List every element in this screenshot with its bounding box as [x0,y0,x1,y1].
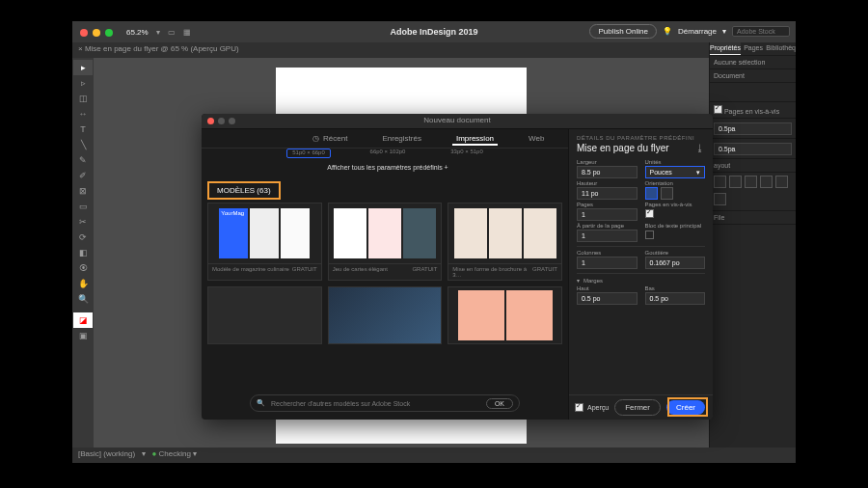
transform-tool[interactable]: ⟳ [73,230,93,245]
dialog-close-icon[interactable] [207,118,214,124]
close-window-icon[interactable] [80,29,88,37]
workspace-switcher[interactable]: Démarrage [678,27,717,36]
chevron-down-icon[interactable]: ▾ [577,277,580,284]
zoom-tool[interactable]: 🔍 [73,291,93,307]
gutter-field[interactable]: 0.1667 po [645,257,706,269]
align-icon[interactable] [714,193,726,205]
facing-pages-checkbox[interactable] [645,209,654,218]
window-controls[interactable] [80,29,113,37]
template-card-brochure[interactable]: Mise en forme de brochure à 3…GRATUIT [448,203,562,281]
save-preset-icon[interactable]: ⭳ [695,143,705,153]
gutter-label: Gouttière [645,250,706,256]
direct-selection-tool[interactable]: ▹ [73,75,93,91]
spacing-field-2[interactable]: 0.5pa [714,143,792,155]
scissors-tool[interactable]: ✂ [73,214,93,230]
status-mode: [Basic] (working) [78,449,135,458]
width-field[interactable]: 8.5 po [577,166,637,178]
card-price: GRATUIT [292,266,317,272]
view-options-icon[interactable]: ▾ [156,28,160,37]
chevron-down-icon[interactable]: ▾ [722,27,726,36]
preset-size-1[interactable]: 51p0 × 66p0 [286,149,331,158]
tab-print[interactable]: Impression [452,132,498,146]
zoom-level[interactable]: 65.2% [126,28,149,37]
type-tool[interactable]: T [73,122,93,137]
rectangle-frame-tool[interactable]: ⊠ [73,183,93,199]
units-select[interactable]: Pouces▾ [645,166,706,178]
clock-icon: ◷ [312,134,319,143]
template-card-brand[interactable] [207,286,322,344]
pages-field[interactable]: 1 [577,208,637,221]
align-icon[interactable] [760,176,773,188]
templates-grid: YourMag Modèle de magazine culinaireGRAT… [207,203,562,344]
margin-top-label: Haut [577,285,637,291]
template-card-flatlay[interactable] [328,286,443,344]
card-title: Mise en forme de brochure à 3… [452,266,532,278]
app-window: 65.2% ▾ ▭ ▦ Adobe InDesign 2019 Publish … [72,21,796,463]
columns-label: Colonnes [577,250,637,256]
tab-recent[interactable]: ◷Récent [309,132,351,145]
orientation-portrait[interactable] [645,187,658,200]
stock-search-bar[interactable]: 🔍 Rechercher d'autres modèles sur Adobe … [250,394,520,412]
page-tool[interactable]: ◫ [73,91,93,106]
screen-mode-icon[interactable]: ▭ [168,28,176,37]
screen-mode-tool[interactable]: ▣ [73,328,93,343]
line-tool[interactable]: ╲ [73,137,93,152]
document-tab[interactable]: × Mise en page du flyer @ 65 % (Aperçu G… [72,42,796,58]
tab-pages[interactable]: Pages [741,42,766,55]
hand-tool[interactable]: ✋ [73,276,93,291]
tab-web[interactable]: Web [525,132,548,145]
close-button[interactable]: Fermer [614,399,661,416]
orientation-landscape[interactable] [661,187,673,200]
preset-size-2[interactable]: 66p0 × 102p0 [366,149,410,158]
height-field[interactable]: 11 po [577,187,637,200]
maximize-window-icon[interactable] [105,29,113,37]
facing-pages-label: Pages en vis-à-vis [724,108,779,115]
margin-top-field[interactable]: 0.5 po [577,292,637,305]
details-header: DÉTAILS DU PARAMÈTRE PRÉDÉFINI [577,135,705,141]
show-all-presets-link[interactable]: Afficher tous les paramètres prédéfinis … [209,164,566,171]
gap-tool[interactable]: ↔ [73,106,93,122]
template-card-business[interactable]: Jeu de cartes élégantGRATUIT [328,203,443,281]
start-page-label: À partir de la page [577,223,637,229]
preset-name: Mise en page du flyer [577,143,669,153]
dialog-titlebar[interactable]: Nouveau document [202,114,713,129]
master-text-checkbox[interactable] [645,230,654,239]
tab-library[interactable]: Bibliothèq [766,42,796,55]
eyedropper-tool[interactable]: ⦿ [73,260,93,276]
ok-button[interactable]: OK [486,398,513,409]
gradient-tool[interactable]: ◧ [73,245,93,260]
arrange-icon[interactable]: ▦ [183,28,191,37]
margin-bottom-field[interactable]: 0.5 po [645,292,706,305]
facing-pages-checkbox[interactable] [714,105,722,114]
fill-stroke-swatch[interactable]: ◪ [73,312,93,328]
menubar: 65.2% ▾ ▭ ▦ Adobe InDesign 2019 Publish … [72,21,796,42]
tab-saved[interactable]: Enregistrés [378,132,424,145]
columns-field[interactable]: 1 [577,257,637,269]
card-price: GRATUIT [412,266,437,272]
preview-checkbox[interactable] [575,403,583,412]
publish-online-button[interactable]: Publish Online [589,24,657,39]
start-page-field[interactable]: 1 [577,230,637,242]
adobe-stock-search[interactable]: Adobe Stock [732,26,790,37]
pen-tool[interactable]: ✎ [73,152,93,168]
align-icon[interactable] [729,176,742,188]
margin-bottom-label: Bas [645,285,706,291]
facing-pages-label: Pages en vis-à-vis [645,202,706,207]
template-card-coral[interactable] [448,286,562,344]
tab-properties[interactable]: Propriétés [710,42,741,55]
bulb-icon[interactable]: 💡 [663,27,672,36]
height-label: Hauteur [577,180,637,186]
spacing-field-1[interactable]: 0.5pa [714,122,792,135]
align-icon[interactable] [714,176,726,188]
minimize-window-icon[interactable] [93,29,100,37]
preset-details: DÉTAILS DU PARAMÈTRE PRÉDÉFINI Mise en p… [568,129,713,420]
rectangle-tool[interactable]: ▭ [73,199,93,214]
pencil-tool[interactable]: ✐ [73,168,93,183]
align-icon[interactable] [775,176,788,188]
template-card-magazine[interactable]: YourMag Modèle de magazine culinaireGRAT… [207,203,322,281]
selection-tool[interactable]: ▸ [73,60,93,75]
card-price: GRATUIT [532,266,557,278]
preset-size-3[interactable]: 33p0 × 51p0 [445,149,489,158]
align-icon[interactable] [745,176,757,188]
create-button[interactable]: Créer [666,400,705,415]
